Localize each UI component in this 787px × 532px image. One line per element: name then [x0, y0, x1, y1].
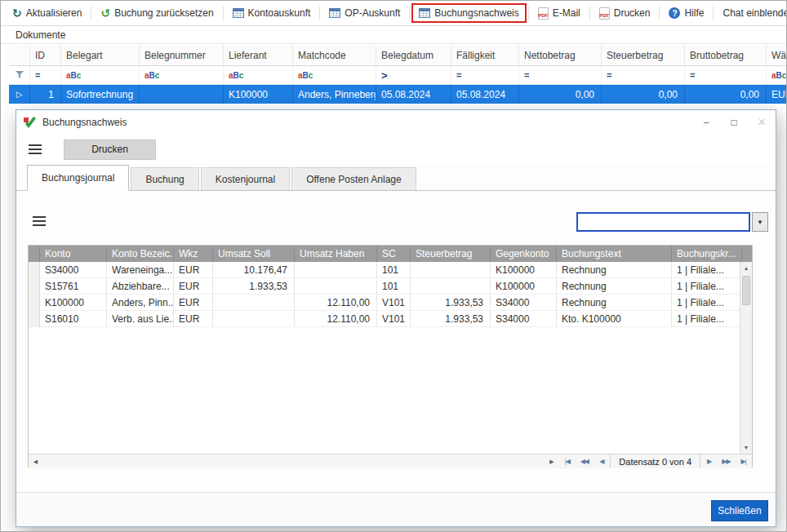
cell-buchungskreis[interactable]: 1 | Filiale... — [672, 278, 742, 295]
filter-matchcode[interactable]: aBc — [293, 66, 376, 85]
filter-funnel-cell[interactable] — [9, 66, 30, 85]
cell-wkz[interactable]: EUR — [174, 262, 213, 278]
kontoauskunft-button[interactable]: Kontoauskunft — [225, 3, 318, 23]
hilfe-button[interactable]: ? Hilfe — [661, 3, 711, 23]
vertical-scrollbar[interactable]: ▲ ▼ — [740, 262, 752, 454]
scroll-right-icon[interactable]: ▶ — [545, 454, 558, 468]
search-input[interactable] — [576, 212, 750, 232]
cell-umsatz-soll[interactable]: 1.933,53 — [213, 278, 295, 295]
scrollbar-thumb[interactable] — [742, 276, 750, 305]
horizontal-scrollbar-track[interactable] — [42, 454, 545, 468]
cell-buchungstext[interactable]: Rechnung — [557, 295, 672, 311]
cell-gegenkonto[interactable]: K100000 — [491, 262, 557, 278]
cell-buchungskreis[interactable]: 1 | Filiale... — [672, 311, 742, 327]
cell-steuerbetrag[interactable]: 1.933,53 — [411, 311, 491, 327]
cell-konto-bezeichnung[interactable]: Anders, Pinn... — [107, 295, 174, 311]
minimize-icon[interactable]: − — [692, 110, 720, 135]
grid-header-steuerbetrag[interactable]: Steuerbetrag — [602, 45, 685, 66]
buchung-zuruecksetzen-button[interactable]: ↺ Buchung zurücksetzen — [93, 3, 220, 23]
cell-steuerbetrag[interactable]: 1.933,53 — [411, 295, 491, 311]
cell-matchcode[interactable]: Anders, Pinneberg — [293, 85, 376, 104]
cell-umsatz-soll[interactable] — [213, 311, 295, 327]
table-header-umsatz-soll[interactable]: Umsatz Soll — [213, 246, 295, 262]
cell-bruttobetrag[interactable]: 0,00 — [685, 85, 767, 104]
cell-steuerbetrag[interactable] — [411, 262, 491, 278]
cell-belegart[interactable]: Sofortrechnung — [61, 85, 140, 104]
cell-buchungstext[interactable]: Rechnung — [557, 262, 672, 278]
table-row[interactable]: S15761 Abziehbare... EUR 1.933,53 101 K1… — [29, 278, 752, 295]
cell-lieferant[interactable]: K100000 — [224, 85, 293, 104]
cell-buchungstext[interactable]: Kto. K100000 — [557, 311, 672, 327]
dialog-titlebar[interactable]: Buchungsnachweis − □ × — [16, 110, 776, 135]
nav-prev-button[interactable]: ◀ — [593, 454, 610, 468]
scroll-left-icon[interactable]: ◀ — [29, 454, 42, 468]
filter-nettobetrag[interactable]: = — [519, 66, 602, 85]
nav-prev-page-button[interactable]: ◀◀ — [576, 454, 593, 468]
cell-umsatz-haben[interactable]: 12.110,00 — [295, 295, 377, 311]
filter-lieferant[interactable]: aBc — [224, 66, 293, 85]
table-header-umsatz-haben[interactable]: Umsatz Haben — [295, 246, 377, 262]
cell-sc[interactable]: V101 — [377, 311, 411, 327]
cell-buchungstext[interactable]: Rechnung — [557, 278, 672, 295]
scroll-down-icon[interactable]: ▼ — [740, 441, 752, 454]
grid-header-belegnummer[interactable]: Belegnummer — [140, 45, 224, 66]
table-menu-icon[interactable] — [33, 216, 46, 226]
grid-header-nettobetrag[interactable]: Nettobetrag — [519, 45, 602, 66]
cell-umsatz-haben[interactable] — [295, 262, 377, 278]
table-row[interactable]: S34000 Wareneinga... EUR 10.176,47 101 K… — [29, 262, 752, 278]
tab-kostenjournal[interactable]: Kostenjournal — [201, 167, 290, 190]
table-header-buchungskreis[interactable]: Buchungskr... — [672, 246, 742, 262]
grid-header-matchcode[interactable]: Matchcode — [293, 45, 376, 66]
cell-nettobetrag[interactable]: 0,00 — [519, 85, 602, 104]
table-row[interactable]: S16010 Verb. aus Lie... EUR 12.110,00 V1… — [29, 311, 752, 327]
cell-konto-bezeichnung[interactable]: Wareneinga... — [107, 262, 174, 278]
table-header-konto[interactable]: Konto — [40, 246, 107, 262]
cell-konto[interactable]: S16010 — [40, 311, 107, 327]
grid-header-faelligkeit[interactable]: Fälligkeit — [451, 45, 519, 66]
cell-id[interactable]: 1 — [30, 85, 61, 104]
filter-belegdatum[interactable]: > — [376, 66, 451, 85]
cell-sc[interactable]: 101 — [377, 262, 411, 278]
filter-belegart[interactable]: aBc — [61, 66, 140, 85]
cell-umsatz-haben[interactable]: 12.110,00 — [295, 311, 377, 327]
aktualisieren-button[interactable]: ↻ Aktualisieren — [5, 3, 89, 23]
grid-row-selected[interactable]: ▷ 1 Sofortrechnung K100000 Anders, Pinne… — [9, 85, 787, 104]
cell-umsatz-soll[interactable] — [213, 295, 295, 311]
table-header-steuerbetrag[interactable]: Steuerbetrag — [411, 246, 491, 262]
cell-konto[interactable]: S15761 — [40, 278, 107, 295]
tab-buchung[interactable]: Buchung — [131, 167, 198, 190]
email-button[interactable]: PDF E-Mail — [531, 3, 588, 24]
filter-steuerbetrag[interactable]: = — [602, 66, 685, 85]
tab-dokumente[interactable]: Dokumente — [16, 29, 65, 41]
schliessen-button[interactable]: Schließen — [711, 500, 768, 521]
table-row[interactable]: K100000 Anders, Pinn... EUR 12.110,00 V1… — [29, 295, 752, 311]
grid-header-bruttobetrag[interactable]: Bruttobetrag — [685, 45, 767, 66]
cell-buchungskreis[interactable]: 1 | Filiale... — [672, 295, 742, 311]
cell-faelligkeit[interactable]: 05.08.2024 — [451, 85, 519, 104]
cell-gegenkonto[interactable]: S34000 — [491, 295, 557, 311]
filter-belegnummer[interactable]: aBc — [140, 66, 224, 85]
cell-buchungskreis[interactable]: 1 | Filiale... — [672, 262, 742, 278]
cell-gegenkonto[interactable]: K100000 — [491, 278, 557, 295]
maximize-icon[interactable]: □ — [720, 110, 748, 135]
cell-umsatz-soll[interactable]: 10.176,47 — [213, 262, 295, 278]
table-header-sc[interactable]: SC — [377, 246, 411, 262]
cell-konto[interactable]: S34000 — [40, 262, 107, 278]
nav-next-page-button[interactable]: ▶▶ — [718, 454, 735, 468]
buchungsnachweis-button[interactable]: Buchungsnachweis — [411, 3, 526, 23]
close-icon[interactable]: × — [748, 110, 776, 135]
filter-faelligkeit[interactable]: = — [451, 66, 519, 85]
cell-steuerbetrag[interactable]: 0,00 — [602, 85, 685, 104]
hamburger-menu-icon[interactable] — [29, 144, 42, 154]
table-header-gegenkonto[interactable]: Gegenkonto — [491, 246, 557, 262]
drucken-button[interactable]: PDF Drucken — [592, 3, 658, 24]
cell-konto-bezeichnung[interactable]: Abziehbare... — [107, 278, 174, 295]
cell-wkz[interactable]: EUR — [174, 295, 213, 311]
cell-konto-bezeichnung[interactable]: Verb. aus Lie... — [107, 311, 174, 327]
op-auskunft-button[interactable]: OP-Auskunft — [322, 3, 407, 23]
nav-last-button[interactable]: ▶| — [735, 454, 752, 468]
table-header-wkz[interactable]: Wkz — [174, 246, 213, 262]
table-header-buchungstext[interactable]: Buchungstext — [557, 246, 672, 262]
search-dropdown-button[interactable]: ▼ — [752, 212, 768, 232]
cell-waehrung[interactable]: EUR — [767, 85, 787, 104]
